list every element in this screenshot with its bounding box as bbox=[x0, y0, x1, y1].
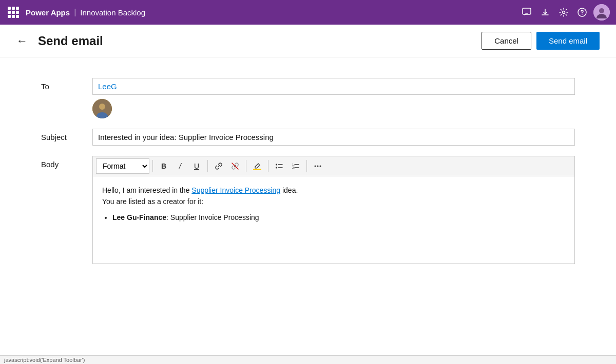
status-text: javascript:void('Expand Toolbar') bbox=[4, 357, 85, 363]
toolbar-divider-3 bbox=[246, 160, 246, 172]
cancel-button[interactable]: Cancel bbox=[482, 32, 531, 50]
subject-row: Subject bbox=[41, 129, 575, 146]
more-options-button[interactable] bbox=[310, 158, 325, 174]
body-label: Body bbox=[41, 156, 92, 169]
toolbar-divider-2 bbox=[207, 160, 208, 172]
svg-point-3 bbox=[582, 14, 583, 15]
waffle-icon bbox=[8, 7, 19, 18]
feedback-icon[interactable] bbox=[518, 4, 535, 21]
subject-input[interactable] bbox=[92, 129, 575, 146]
to-input[interactable] bbox=[92, 78, 575, 95]
body-editor: Format Heading 1 Heading 2 Paragraph B /… bbox=[92, 156, 575, 264]
send-email-button[interactable]: Send email bbox=[536, 32, 600, 50]
highlight-button[interactable] bbox=[249, 158, 265, 174]
toolbar-divider-4 bbox=[268, 160, 268, 172]
to-label: To bbox=[41, 78, 92, 91]
status-bar: javascript:void('Expand Toolbar') bbox=[0, 355, 616, 364]
topbar-separator: | bbox=[74, 8, 76, 17]
body-row: Body Format Heading 1 Heading 2 Paragrap… bbox=[41, 156, 575, 264]
topbar: Power Apps | Innovation Backlog bbox=[0, 0, 616, 25]
svg-point-19 bbox=[315, 166, 316, 167]
app-title: Power Apps bbox=[26, 8, 70, 17]
recipient-avatar bbox=[92, 99, 112, 118]
header-actions: Cancel Send email bbox=[482, 32, 600, 50]
format-select[interactable]: Format Heading 1 Heading 2 Paragraph bbox=[96, 158, 149, 174]
body-text-suffix: idea. bbox=[280, 186, 298, 194]
underline-button[interactable]: U bbox=[189, 158, 204, 174]
body-line2: You are listed as a creator for it: bbox=[102, 196, 565, 207]
editor-toolbar: Format Heading 1 Heading 2 Paragraph B /… bbox=[93, 156, 574, 176]
to-row: To bbox=[41, 78, 575, 118]
body-text-prefix: Hello, I am interested in the bbox=[102, 186, 191, 194]
svg-point-12 bbox=[276, 167, 277, 169]
download-icon[interactable] bbox=[537, 4, 553, 21]
svg-point-5 bbox=[599, 8, 604, 13]
page-title: Send email bbox=[38, 34, 482, 48]
remove-link-button[interactable] bbox=[227, 158, 243, 174]
editor-body-content[interactable]: Hello, I am interested in the Supplier I… bbox=[93, 176, 574, 264]
supplier-link[interactable]: Supplier Invoice Processing bbox=[191, 186, 280, 194]
svg-point-21 bbox=[320, 166, 321, 167]
svg-point-7 bbox=[99, 104, 105, 110]
insert-link-button[interactable] bbox=[211, 158, 226, 174]
svg-point-1 bbox=[563, 11, 565, 14]
toolbar-divider-1 bbox=[152, 160, 153, 172]
help-icon[interactable] bbox=[574, 4, 590, 21]
recipient-avatar-row bbox=[92, 99, 575, 118]
bullet-list: Lee Gu-Finance: Supplier Invoice Process… bbox=[112, 212, 565, 223]
body-line1: Hello, I am interested in the Supplier I… bbox=[102, 185, 565, 196]
svg-rect-0 bbox=[523, 8, 531, 14]
main-content: To Subject Body bbox=[0, 57, 616, 295]
bullet-item: Lee Gu-Finance: Supplier Invoice Process… bbox=[112, 212, 565, 223]
subject-label: Subject bbox=[41, 129, 92, 141]
to-field bbox=[92, 78, 575, 118]
bold-button[interactable]: B bbox=[156, 158, 171, 174]
app-name: Innovation Backlog bbox=[80, 8, 145, 17]
svg-point-20 bbox=[317, 166, 319, 167]
settings-icon[interactable] bbox=[555, 4, 572, 21]
italic-button[interactable]: / bbox=[172, 158, 188, 174]
waffle-menu[interactable] bbox=[6, 5, 21, 19]
back-button[interactable]: ← bbox=[16, 34, 30, 48]
page-header: ← Send email Cancel Send email bbox=[0, 25, 616, 57]
numbered-list-button[interactable]: 1.2. bbox=[288, 158, 303, 174]
bullet-list-button[interactable] bbox=[272, 158, 287, 174]
back-arrow-icon: ← bbox=[16, 34, 28, 48]
svg-point-11 bbox=[276, 164, 277, 166]
bullet-suffix-text: : Supplier Invoice Processing bbox=[166, 213, 259, 221]
user-avatar[interactable] bbox=[593, 4, 610, 21]
toolbar-divider-5 bbox=[306, 160, 307, 172]
bullet-bold-text: Lee Gu-Finance bbox=[112, 213, 166, 221]
subject-field bbox=[92, 129, 575, 146]
